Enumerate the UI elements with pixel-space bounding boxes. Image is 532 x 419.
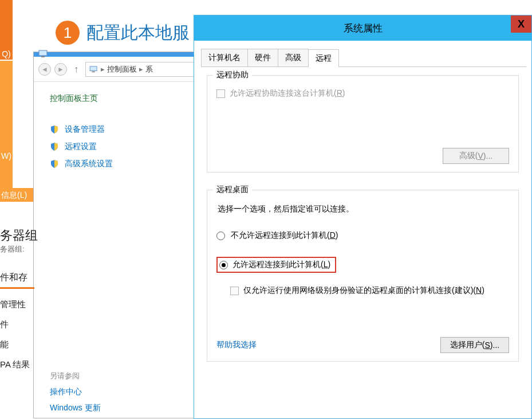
tab-advanced[interactable]: 高级 <box>278 49 309 66</box>
checkbox-icon <box>216 89 225 98</box>
fragment-item: 能 <box>0 339 34 350</box>
radio-disallow-remote[interactable]: 不允许远程连接到此计算机(D) <box>216 230 509 241</box>
allow-remote-assistance-checkbox[interactable]: 允许远程协助连接这台计算机(R) <box>216 88 509 99</box>
close-button[interactable]: X <box>511 15 531 33</box>
close-icon: X <box>518 18 525 30</box>
nav-back-button[interactable]: ◄ <box>38 63 51 76</box>
computer-icon <box>38 50 49 58</box>
page-title: 配置此本地服 <box>86 21 190 45</box>
fragment-server-group-title: 务器组 <box>0 227 38 244</box>
checkbox-icon <box>230 287 239 295</box>
link-action-center[interactable]: 操作中心 <box>50 387 101 397</box>
step-number-badge: 1 <box>56 21 80 45</box>
breadcrumb[interactable]: ▸ 控制面板 ▸ 系 <box>85 62 194 77</box>
fragment-section: 件和存 管理性 件 能 PA 结果 <box>0 272 34 370</box>
control-panel-window: ◄ ► ↑ ▸ 控制面板 ▸ 系 控制面板主页 设备管理器 远程设置 <box>33 52 199 418</box>
shield-icon <box>50 125 59 134</box>
computer-icon <box>89 66 98 73</box>
svg-rect-1 <box>41 56 45 57</box>
remote-desktop-desc: 选择一个选项，然后指定谁可以连接。 <box>218 204 509 214</box>
nla-only-checkbox[interactable]: 仅允许运行使用网络级别身份验证的远程桌面的计算机连接(建议)(N) <box>230 285 509 296</box>
tab-hardware[interactable]: 硬件 <box>247 49 278 66</box>
highlight-box: 允许远程连接到此计算机(L) <box>216 257 336 273</box>
shield-icon <box>50 142 59 151</box>
allow-remote-assistance-label: 允许远程协助连接这台计算机(R) <box>230 88 345 99</box>
fragment-server-group-sub: 务器组: <box>0 244 25 254</box>
breadcrumb-sep: ▸ <box>139 65 143 73</box>
remote-assistance-advanced-button: 高级(V)... <box>443 148 509 164</box>
radio-icon <box>219 261 228 269</box>
see-also-title: 另请参阅 <box>50 371 101 381</box>
strip-label-q: Q) <box>0 49 13 58</box>
link-advanced-system[interactable]: 高级系统设置 <box>50 159 199 169</box>
nla-only-label: 仅允许运行使用网络级别身份验证的远程桌面的计算机连接(建议)(N) <box>243 285 484 296</box>
link-remote-settings-label: 远程设置 <box>65 142 97 152</box>
breadcrumb-root[interactable]: 控制面板 <box>107 64 137 75</box>
svg-rect-3 <box>92 71 95 72</box>
svg-rect-2 <box>90 66 97 71</box>
strip-label-w: W) <box>0 151 13 160</box>
fragment-item: 件 <box>0 319 34 330</box>
nav-forward-button[interactable]: ► <box>54 63 67 76</box>
strip-label-info: 信息(L) <box>0 188 34 202</box>
radio-allow-remote[interactable]: 允许远程连接到此计算机(L) <box>219 260 330 270</box>
link-windows-update[interactable]: Windows 更新 <box>50 403 101 413</box>
dialog-title: 系统属性 <box>344 22 383 35</box>
select-users-button[interactable]: 选择用户(S)... <box>440 337 509 353</box>
dialog-titlebar[interactable]: 系统属性 X <box>194 15 531 41</box>
tab-remote[interactable]: 远程 <box>308 49 339 67</box>
tab-computer-name[interactable]: 计算机名 <box>201 49 248 66</box>
remote-desktop-group: 远程桌面 选择一个选项，然后指定谁可以连接。 不允许远程连接到此计算机(D) 允… <box>207 190 519 362</box>
radio-icon <box>216 232 225 240</box>
control-panel-home[interactable]: 控制面板主页 <box>50 93 199 104</box>
svg-rect-0 <box>39 50 47 56</box>
see-also: 另请参阅 操作中心 Windows 更新 <box>50 371 101 413</box>
link-device-manager[interactable]: 设备管理器 <box>50 124 199 135</box>
explorer-navbar: ◄ ► ↑ ▸ 控制面板 ▸ 系 <box>34 57 199 82</box>
link-remote-settings[interactable]: 远程设置 <box>50 142 199 152</box>
left-orange-strip: Q) W) <box>0 0 14 202</box>
remote-desktop-legend: 远程桌面 <box>213 185 252 195</box>
remote-assistance-legend: 远程协助 <box>213 70 252 80</box>
link-device-manager-label: 设备管理器 <box>65 124 105 135</box>
radio-disallow-label: 不允许远程连接到此计算机(D) <box>231 230 338 241</box>
shield-icon <box>50 159 59 169</box>
breadcrumb-sep: ▸ <box>101 65 105 73</box>
link-advanced-system-label: 高级系统设置 <box>65 159 113 169</box>
page-header: 1 配置此本地服 <box>56 21 190 45</box>
fragment-item: 管理性 <box>0 299 34 310</box>
dialog-tabs: 计算机名 硬件 高级 远程 <box>201 49 526 67</box>
breadcrumb-tail: 系 <box>145 64 153 75</box>
nav-up-button[interactable]: ↑ <box>70 64 82 75</box>
explorer-titlebar[interactable] <box>34 52 199 57</box>
system-properties-dialog: 系统属性 X 计算机名 硬件 高级 远程 远程协助 允许远程协助连接这台计算机(… <box>194 15 532 419</box>
fragment-section-title: 件和存 <box>0 272 34 289</box>
remote-assistance-group: 远程协助 允许远程协助连接这台计算机(R) 高级(V)... <box>207 75 519 173</box>
help-me-choose-link[interactable]: 帮助我选择 <box>216 340 257 350</box>
radio-allow-label: 允许远程连接到此计算机(L) <box>232 260 330 270</box>
fragment-item: PA 结果 <box>0 359 34 370</box>
